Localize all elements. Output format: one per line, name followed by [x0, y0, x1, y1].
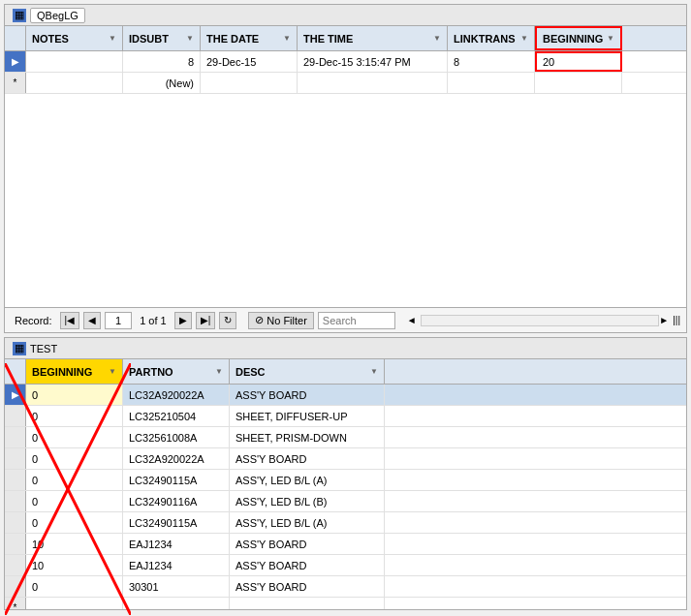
bottom-data-row[interactable]: 0 LC32490115A ASS'Y, LED B/L (A) [5, 470, 686, 491]
bot-cell-beginning-0[interactable]: 0 [26, 385, 123, 405]
bot-cell-beginning-6[interactable]: 0 [26, 512, 123, 533]
nav-refresh-button[interactable]: ↻ [219, 312, 236, 329]
bottom-data-row[interactable]: 0 LC32490116A ASS'Y, LED B/L (B) [5, 491, 686, 512]
bottom-grid-body: ▶ 0 LC32A920022A ASS'Y BOARD 0 LC3252105… [5, 385, 686, 609]
nav-last-button[interactable]: ▶| [196, 312, 216, 329]
bottom-panel-tab[interactable]: ▦ TEST [5, 338, 686, 359]
bot-partno-sort-icon: ▼ [215, 367, 223, 376]
no-filter-button[interactable]: ⊘ No Filter [248, 312, 314, 329]
bot-cell-desc-0[interactable]: ASS'Y BOARD [230, 385, 385, 405]
bot-cell-partno-5[interactable]: LC32490116A [123, 491, 230, 511]
bot-cell-beginning-3[interactable]: 0 [26, 448, 123, 469]
bot-col-header-desc[interactable]: DESC ▼ [230, 359, 385, 384]
filter-icon: ⊘ [255, 314, 264, 326]
top-cell-beginning-1[interactable]: 20 [535, 51, 622, 72]
top-new-cell-linktrans[interactable] [448, 73, 535, 93]
time-sort-icon: ▼ [433, 34, 441, 43]
bot-cell-partno-9[interactable]: 30301 [123, 576, 230, 597]
bot-cell-partno-1[interactable]: LC325210504 [123, 406, 230, 426]
bottom-data-row[interactable]: 0 LC325210504 SHEET, DIFFUSER-UP [5, 406, 686, 427]
nav-scroll-end[interactable]: ||| [673, 315, 680, 325]
top-cell-linktrans-1[interactable]: 8 [448, 51, 535, 72]
nav-next-button[interactable]: ▶ [174, 312, 192, 329]
top-col-header-beginning[interactable]: BEGINNING ▼ [535, 26, 622, 50]
bot-cell-desc-3[interactable]: ASS'Y BOARD [230, 448, 385, 469]
bot-cell-desc-1[interactable]: SHEET, DIFFUSER-UP [230, 406, 385, 426]
bot-cell-desc-9[interactable]: ASS'Y BOARD [230, 576, 385, 597]
top-new-row-indicator: * [5, 73, 26, 93]
top-new-cell-beginning[interactable] [535, 73, 622, 93]
bot-cell-beginning-5[interactable]: 0 [26, 491, 123, 511]
nav-scroll-left[interactable]: ◄ [407, 315, 417, 325]
bot-cell-partno-4[interactable]: LC32490115A [123, 470, 230, 490]
bottom-data-row[interactable]: ▶ 0 LC32A920022A ASS'Y BOARD [5, 385, 686, 406]
bottom-data-row[interactable]: 0 30301 ASS'Y BOARD [5, 576, 686, 598]
top-cell-idsubt-1[interactable]: 8 [123, 51, 201, 72]
top-col-header-linktrans[interactable]: LINKTRANS ▼ [448, 26, 535, 50]
bot-cell-desc-5[interactable]: ASS'Y, LED B/L (B) [230, 491, 385, 511]
bot-new-cell-desc[interactable] [230, 598, 385, 609]
bot-cell-beginning-4[interactable]: 0 [26, 470, 123, 490]
date-sort-icon: ▼ [283, 34, 291, 43]
top-tab-label[interactable]: QBegLG [30, 8, 85, 23]
bottom-data-row[interactable]: 10 EAJ1234 ASS'Y BOARD [5, 555, 686, 576]
top-col-header-idsubt[interactable]: IDSUBT ▼ [123, 26, 201, 50]
bot-row-indicator-0: ▶ [5, 385, 26, 405]
top-cell-time-1[interactable]: 29-Dec-15 3:15:47 PM [298, 51, 448, 72]
bot-cell-partno-3[interactable]: LC32A920022A [123, 448, 230, 469]
bot-col-header-beginning[interactable]: BEGINNING ▼ [26, 359, 123, 384]
bot-cell-beginning-8[interactable]: 10 [26, 555, 123, 575]
bot-beginning-sort-icon: ▼ [109, 367, 116, 376]
bot-cell-partno-8[interactable]: EAJ1234 [123, 555, 230, 575]
top-new-cell-date[interactable] [201, 73, 298, 93]
bot-row-indicator-3 [5, 448, 26, 469]
bot-cell-desc-8[interactable]: ASS'Y BOARD [230, 555, 385, 575]
bot-row-indicator-5 [5, 491, 26, 511]
top-col-header-notes[interactable]: NOTES ▼ [26, 26, 123, 50]
bottom-data-row[interactable]: 0 LC32490115A ASS'Y, LED B/L (A) [5, 512, 686, 534]
nav-page-input[interactable] [105, 312, 132, 329]
top-panel-tab[interactable]: ▦ QBegLG [5, 5, 686, 26]
nav-first-button[interactable]: |◀ [60, 312, 80, 329]
nav-scrollbar[interactable] [421, 315, 660, 326]
bot-new-cell-beginning[interactable] [26, 598, 123, 609]
top-new-cell-idsubt[interactable]: (New) [123, 73, 201, 93]
bot-col-header-indicator [5, 359, 26, 384]
bot-cell-partno-0[interactable]: LC32A920022A [123, 385, 230, 405]
bot-row-indicator-7 [5, 534, 26, 554]
bot-cell-partno-2[interactable]: LC32561008A [123, 427, 230, 447]
nav-scroll-right[interactable]: ► [659, 315, 669, 325]
bot-cell-desc-7[interactable]: ASS'Y BOARD [230, 534, 385, 554]
bot-cell-desc-2[interactable]: SHEET, PRISM-DOWN [230, 427, 385, 447]
bottom-data-row[interactable]: 10 EAJ1234 ASS'Y BOARD [5, 534, 686, 555]
bot-cell-beginning-1[interactable]: 0 [26, 406, 123, 426]
top-col-header-date[interactable]: THE DATE ▼ [201, 26, 298, 50]
bot-row-indicator-1 [5, 406, 26, 426]
top-new-row[interactable]: * (New) [5, 73, 686, 94]
top-new-cell-notes[interactable] [26, 73, 123, 93]
bottom-data-row[interactable]: 0 LC32561008A SHEET, PRISM-DOWN [5, 427, 686, 448]
bottom-data-row[interactable]: 0 LC32A920022A ASS'Y BOARD [5, 448, 686, 470]
top-row-indicator-1: ▶ [5, 51, 26, 72]
top-new-cell-time[interactable] [298, 73, 448, 93]
bottom-grid-header: BEGINNING ▼ PARTNO ▼ DESC ▼ [5, 359, 686, 385]
bot-new-cell-partno[interactable] [123, 598, 230, 609]
top-panel: ▦ QBegLG NOTES ▼ IDSUBT ▼ THE DATE ▼ THE… [4, 4, 687, 333]
bot-cell-beginning-7[interactable]: 10 [26, 534, 123, 554]
top-cell-notes-1[interactable] [26, 51, 123, 72]
top-cell-date-1[interactable]: 29-Dec-15 [201, 51, 298, 72]
bot-cell-desc-6[interactable]: ASS'Y, LED B/L (A) [230, 512, 385, 533]
bot-cell-partno-6[interactable]: LC32490115A [123, 512, 230, 533]
bot-cell-desc-4[interactable]: ASS'Y, LED B/L (A) [230, 470, 385, 490]
bot-cell-beginning-2[interactable]: 0 [26, 427, 123, 447]
nav-prev-button[interactable]: ◀ [83, 312, 101, 329]
top-data-row[interactable]: ▶ 8 29-Dec-15 29-Dec-15 3:15:47 PM 8 20 [5, 51, 686, 73]
beginning-sort-icon: ▼ [607, 34, 614, 43]
search-input[interactable] [318, 312, 395, 329]
bot-col-header-partno[interactable]: PARTNO ▼ [123, 359, 230, 384]
bottom-new-row[interactable]: * [5, 598, 686, 609]
bot-cell-beginning-9[interactable]: 0 [26, 576, 123, 597]
top-col-header-time[interactable]: THE TIME ▼ [298, 26, 448, 50]
top-grid: NOTES ▼ IDSUBT ▼ THE DATE ▼ THE TIME ▼ L… [5, 26, 686, 307]
bot-cell-partno-7[interactable]: EAJ1234 [123, 534, 230, 554]
